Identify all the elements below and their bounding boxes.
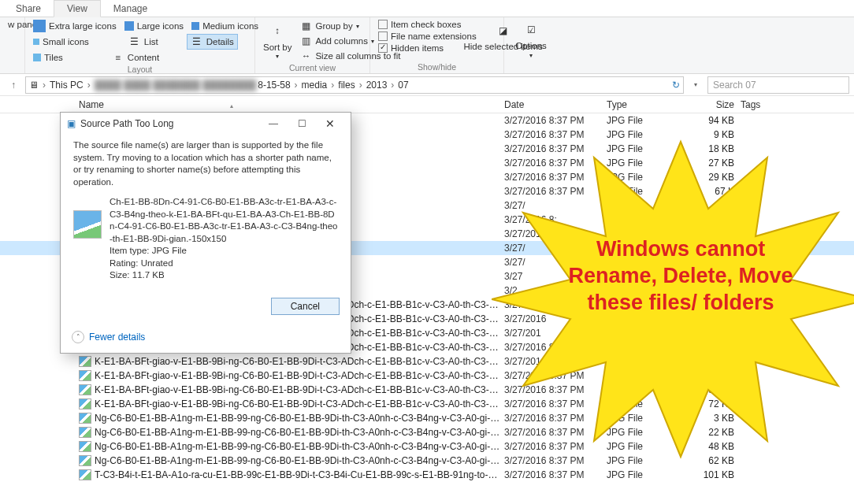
file-name: T-C3-B4i-t-E1-BA-A1o-ra-cu-E1-BB-99c-E1-… — [95, 469, 504, 480]
sort-icon: ↕ — [266, 22, 288, 41]
cancel-button[interactable]: Cancel — [271, 298, 340, 315]
dialog-rating: Rating: Unrated — [110, 258, 338, 270]
navigation-pane-button[interactable]: w pane — [5, 19, 20, 30]
file-name: Ng-C6-B0-E1-BB-A1ng-m-E1-BB-99-ng-C6-B0-… — [95, 413, 504, 424]
address-bar[interactable]: 🖥 › This PC › ████ ████ ███████ ████████… — [25, 76, 684, 94]
options-icon: ☑ — [520, 20, 542, 39]
search-box[interactable]: Search 07 — [707, 76, 849, 94]
file-row[interactable]: T-C3-B4i-t-E1-BA-A1o-ra-cu-E1-BB-99c-E1-… — [0, 468, 854, 482]
jpg-file-icon — [79, 455, 91, 466]
dialog-title: Source Path Too Long — [80, 118, 174, 129]
dialog-message: The source file name(s) are larger than … — [73, 139, 338, 188]
details-icon: ☰ — [191, 35, 203, 48]
ribbon-tabs: Share View Manage — [0, 0, 854, 17]
col-type[interactable]: Type — [607, 99, 685, 110]
dialog-filename: Ch-E1-BB-8Dn-C4-91-C6-B0-E1-BB-A3c-tr-E1… — [110, 196, 338, 245]
dialog-icon: ▣ — [67, 118, 76, 129]
minimize-button[interactable]: — — [259, 118, 288, 129]
file-name: K-E1-BA-BFt-giao-v-E1-BB-9Bi-ng-C6-B0-E1… — [95, 398, 504, 410]
content-option[interactable]: ≡Content — [109, 50, 162, 65]
options-button[interactable]: ☑Options▾ — [509, 19, 553, 60]
list-option[interactable]: ☰List — [125, 35, 162, 49]
chevron-up-icon: ˄ — [72, 331, 84, 343]
file-size: 94 KB — [685, 115, 741, 126]
file-size: 101 KB — [685, 469, 741, 480]
fit-icon: ↔ — [299, 50, 312, 62]
col-size[interactable]: Size — [685, 99, 741, 110]
file-name: K-E1-BA-BFt-giao-v-E1-BB-9Bi-ng-C6-B0-E1… — [95, 356, 504, 367]
crumb-files[interactable]: files — [338, 80, 355, 91]
jpg-file-icon — [79, 370, 91, 381]
tab-manage[interactable]: Manage — [101, 1, 160, 17]
details-option[interactable]: ☰Details — [187, 34, 238, 50]
list-icon: ☰ — [128, 35, 141, 48]
jpg-file-icon — [79, 413, 91, 424]
col-tags[interactable]: Tags — [741, 99, 854, 110]
columns-icon: ▥ — [299, 35, 312, 47]
jpg-file-icon — [79, 469, 91, 480]
sort-indicator-icon: ▴ — [230, 102, 233, 109]
dialog-size: Size: 11.7 KB — [110, 269, 338, 282]
large-icons-option[interactable]: Large icons — [121, 20, 187, 32]
file-type: JPG File — [607, 469, 685, 480]
tab-share[interactable]: Share — [3, 1, 54, 17]
crumb-mid[interactable]: 8-15-58 — [258, 80, 290, 91]
file-extensions-toggle[interactable]: File name extensions — [375, 31, 480, 42]
crumb-media[interactable]: media — [302, 80, 328, 91]
pc-icon: 🖥 — [29, 80, 39, 91]
blurred-path: ████ ████ ███████ ████████ — [95, 80, 257, 91]
jpg-file-icon — [79, 441, 91, 452]
maximize-button[interactable]: ☐ — [288, 118, 316, 129]
file-type: JPG File — [607, 115, 685, 126]
sort-by-button[interactable]: ↕Sort by▾ — [260, 20, 295, 61]
annotation-text: Windows cannot Rename, Delete, Move thes… — [555, 236, 807, 316]
file-name: Ng-C6-B0-E1-BB-A1ng-m-E1-BB-99-ng-C6-B0-… — [95, 427, 504, 438]
show-hide-group-label: Show/hide — [375, 62, 499, 73]
file-name: K-E1-BA-BFt-giao-v-E1-BB-9Bi-ng-C6-B0-E1… — [95, 384, 504, 395]
jpg-file-icon — [79, 384, 91, 395]
tab-view[interactable]: View — [54, 0, 101, 17]
refresh-icon[interactable]: ↻ — [672, 80, 680, 91]
file-name: Ng-C6-B0-E1-BB-A1ng-m-E1-BB-99-ng-C6-B0-… — [95, 441, 504, 452]
up-button[interactable]: ↑ — [5, 76, 22, 94]
jpg-file-icon — [79, 398, 91, 410]
file-date: 3/27/2016 8:37 PM — [504, 115, 607, 126]
crumb-year[interactable]: 2013 — [366, 80, 388, 91]
close-button[interactable]: ✕ — [316, 117, 344, 130]
crumb-thispc[interactable]: This PC — [50, 80, 84, 91]
small-icons-option[interactable]: Small icons — [30, 36, 92, 47]
fewer-details-toggle[interactable]: ˄ Fewer details — [61, 326, 351, 353]
tiles-option[interactable]: Tiles — [30, 52, 66, 63]
history-dropdown[interactable]: ▾ — [687, 76, 704, 94]
jpg-file-icon — [79, 356, 91, 367]
error-dialog: ▣ Source Path Too Long — ☐ ✕ The source … — [60, 112, 351, 354]
file-name: Ng-C6-B0-E1-BB-A1ng-m-E1-BB-99-ng-C6-B0-… — [95, 455, 504, 466]
dialog-itemtype: Item type: JPG File — [110, 245, 338, 258]
layout-group-label: Layout — [30, 65, 250, 76]
current-view-group-label: Current view — [260, 63, 365, 74]
file-name: K-E1-BA-BFt-giao-v-E1-BB-9Bi-ng-C6-B0-E1… — [95, 370, 504, 381]
content-icon: ≡ — [112, 51, 124, 64]
extra-large-icons-option[interactable]: Extra large icons — [30, 19, 120, 33]
col-name[interactable]: Name▴ — [79, 99, 504, 110]
column-headers: Name▴ Date Type Size Tags — [0, 96, 854, 113]
group-icon: ▦ — [299, 20, 312, 32]
ribbon: w pane Extra large icons Large icons Med… — [0, 17, 854, 74]
jpg-file-icon — [79, 427, 91, 438]
breadcrumb-bar: ↑ 🖥 › This PC › ████ ████ ███████ ██████… — [0, 74, 854, 96]
crumb-month[interactable]: 07 — [398, 80, 408, 91]
col-date[interactable]: Date — [504, 99, 607, 110]
medium-icons-option[interactable]: Medium icons — [188, 20, 262, 32]
item-checkboxes-toggle[interactable]: Item check boxes — [375, 19, 480, 30]
file-thumbnail — [73, 210, 102, 239]
file-date: 3/27/2016 8:37 PM — [504, 469, 607, 480]
